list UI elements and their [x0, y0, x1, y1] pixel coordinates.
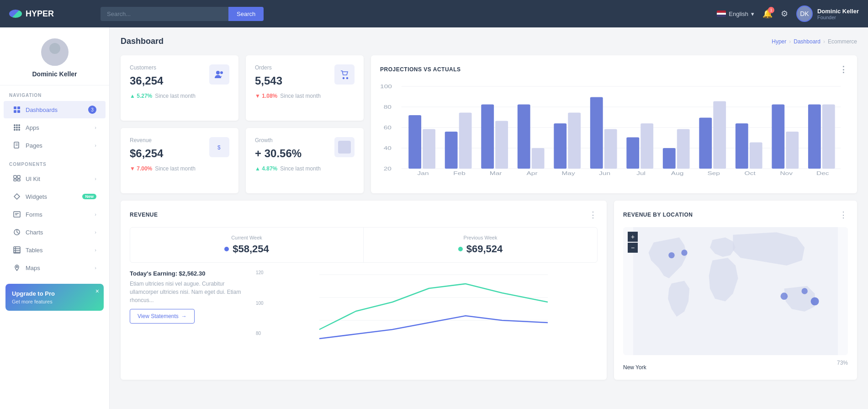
revenue-value: $6,254: [130, 147, 163, 160]
user-role: Founder: [817, 15, 859, 20]
sidebar-item-widgets[interactable]: Widgets New: [4, 188, 106, 205]
sidebar-item-label: UI Kit: [26, 175, 40, 182]
previous-week-dot: [458, 247, 463, 251]
previous-week-value: $69,524: [373, 243, 588, 255]
growth-label: Growth: [255, 137, 302, 143]
svg-text:Apr: Apr: [527, 171, 538, 176]
logo-icon: [9, 10, 22, 18]
svg-rect-55: [495, 121, 508, 169]
stat-label: Customers 36,254: [130, 64, 163, 87]
svg-rect-78: [772, 105, 784, 169]
svg-text:20: 20: [384, 166, 392, 171]
growth-change: ▲ 4.87%: [255, 165, 277, 172]
customers-change: ▲ 5.27%: [130, 93, 152, 99]
svg-rect-20: [14, 179, 16, 181]
revenue-info: Today's Earning: $2,562.30 Etiam ultrici…: [130, 270, 249, 329]
pages-icon: [13, 141, 21, 149]
sidebar-item-charts[interactable]: Charts ›: [4, 223, 106, 241]
app-logo[interactable]: HYPER: [9, 9, 101, 19]
projections-title: PROJECTIONS VS ACTUALS: [380, 66, 461, 73]
svg-rect-18: [14, 175, 16, 178]
view-stmt-label: View Statements: [138, 313, 179, 319]
svg-rect-52: [459, 113, 472, 169]
language-selector[interactable]: English ▾: [717, 11, 754, 17]
revenue-change: ▼ 7.00%: [130, 165, 152, 172]
search-button[interactable]: Search: [228, 7, 264, 21]
customers-icon: [209, 64, 229, 85]
map-percentage: 73%: [837, 360, 848, 371]
chevron-right-icon: ›: [95, 143, 96, 148]
svg-point-6: [14, 124, 16, 126]
components-section-label: COMPONENTS: [0, 154, 109, 170]
map-menu-button[interactable]: ⋮: [839, 210, 848, 220]
chart-title: PROJECTIONS VS ACTUALS ⋮: [380, 64, 848, 74]
svg-text:Jul: Jul: [636, 171, 646, 176]
chevron-right-icon: ›: [95, 265, 96, 271]
zoom-in-button[interactable]: +: [628, 232, 638, 242]
sidebar-item-ui-kit[interactable]: UI Kit ›: [4, 170, 106, 187]
svg-rect-48: [408, 115, 421, 169]
revenue-menu-button[interactable]: ⋮: [589, 210, 598, 220]
nav-section-label: NAVIGATION: [0, 85, 109, 101]
breadcrumb-dashboard[interactable]: Dashboard: [794, 38, 820, 45]
breadcrumb: Hyper › Dashboard › Ecommerce: [772, 38, 857, 45]
notifications-button[interactable]: 🔔 1: [762, 9, 773, 19]
breadcrumb-sep2: ›: [823, 38, 825, 45]
svg-rect-2: [14, 106, 16, 109]
svg-rect-63: [590, 97, 603, 169]
svg-text:$: $: [217, 144, 221, 151]
previous-week: Previous Week $69,524: [364, 228, 597, 262]
orders-stat-card: Orders 5,543 ▼ 1.08% Since last month: [246, 55, 364, 121]
sidebar-item-forms[interactable]: Forms ›: [4, 206, 106, 223]
apps-icon: [13, 123, 21, 132]
dashboard-icon: [13, 106, 21, 114]
svg-text:60: 60: [384, 125, 392, 130]
revenue-header: REVENUE ⋮: [130, 210, 598, 220]
svg-text:Aug: Aug: [671, 171, 684, 176]
upgrade-banner: × Upgrade to Pro Get more features: [5, 284, 104, 311]
svg-point-14: [18, 129, 20, 131]
sidebar-item-apps[interactable]: Apps ›: [4, 119, 106, 136]
svg-rect-75: [736, 123, 748, 169]
sidebar-item-label: Maps: [26, 265, 40, 271]
stat-label: Orders 5,543: [255, 64, 282, 87]
svg-text:Oct: Oct: [745, 171, 756, 176]
chart-menu-button[interactable]: ⋮: [839, 64, 848, 74]
svg-rect-66: [626, 138, 639, 169]
revenue-icon: $: [209, 137, 229, 157]
svg-rect-64: [604, 129, 617, 169]
sidebar-item-label: Widgets: [26, 193, 47, 200]
current-week-label: Current Week: [139, 235, 354, 240]
svg-point-11: [18, 127, 20, 128]
svg-point-35: [347, 78, 348, 79]
current-week-amount: $58,254: [233, 243, 269, 255]
banner-close-button[interactable]: ×: [95, 287, 99, 295]
growth-footer: ▲ 4.87% Since last month: [255, 165, 355, 172]
chevron-right-icon: ›: [95, 212, 96, 217]
svg-point-33: [220, 71, 223, 74]
breadcrumb-hyper[interactable]: Hyper: [772, 38, 786, 45]
sidebar-item-tables[interactable]: Tables ›: [4, 241, 106, 259]
world-map-svg: [623, 227, 848, 355]
zoom-out-button[interactable]: −: [628, 243, 638, 253]
svg-text:40: 40: [384, 146, 392, 151]
growth-period: Since last month: [280, 165, 321, 172]
search-input[interactable]: [101, 7, 228, 21]
orders-period: Since last month: [280, 93, 321, 99]
svg-rect-72: [699, 117, 712, 169]
customers-value: 36,254: [130, 74, 163, 87]
settings-button[interactable]: ⚙: [781, 9, 788, 19]
orders-footer: ▼ 1.08% Since last month: [255, 93, 355, 99]
topbar-right: English ▾ 🔔 1 ⚙ DK Dominic Keller Founde…: [717, 5, 859, 22]
svg-point-89: [681, 250, 687, 255]
revenue-stat-card: Revenue $6,254 $ ▼ 7.00% Since last mont…: [121, 128, 238, 193]
sidebar-item-dashboards[interactable]: Dashboards 3: [4, 101, 106, 118]
svg-rect-82: [822, 105, 835, 169]
svg-rect-58: [532, 148, 545, 169]
main-content: Dashboard Hyper › Dashboard › Ecommerce …: [110, 27, 868, 409]
user-profile[interactable]: DK Dominic Keller Founder: [796, 5, 859, 22]
breadcrumb-ecommerce: Ecommerce: [828, 38, 857, 45]
view-statements-button[interactable]: View Statements →: [130, 309, 195, 324]
sidebar-item-maps[interactable]: Maps ›: [4, 259, 106, 276]
sidebar-item-pages[interactable]: Pages ›: [4, 137, 106, 154]
